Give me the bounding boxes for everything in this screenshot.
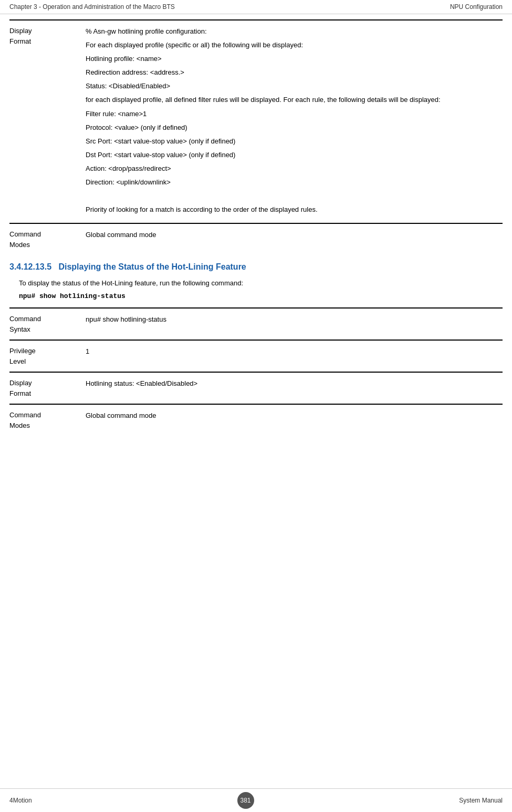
df-line-1: % Asn-gw hotlining profile configuration… [86,26,497,37]
display-format-section-bottom: DisplayFormat Hotlining status: <Enabled… [9,372,503,404]
command-modes-label-top: CommandModes [9,224,80,255]
command-syntax-label: CommandSyntax [9,309,80,340]
privilege-level-label: PrivilegeLevel [9,341,80,372]
footer-left: 4Motion [9,797,32,804]
df-line-10: Dst Port: <start value-stop value> (only… [86,149,497,161]
section-title-text: Displaying the Status of the Hot-Lining … [58,262,246,271]
df-line-11: Action: <drop/pass/redirect> [86,163,497,174]
header-left: Chapter 3 - Operation and Administration… [9,3,175,11]
df-line-9: Src Port: <start value-stop value> (only… [86,136,497,147]
df-line-13: Priority of looking for a match is accor… [86,204,497,215]
command-modes-value-bottom: Global command mode [86,410,497,422]
display-format-section-top: DisplayFormat % Asn-gw hotlining profile… [9,19,503,223]
df-line-8: Protocol: <value> (only if defined) [86,122,497,133]
df-line-4: Redirection address: <address.> [86,67,497,78]
display-format-content-bottom: Hotlining status: <Enabled/Disabled> [80,373,503,404]
footer-right: System Manual [459,797,503,804]
display-format-content-top: % Asn-gw hotlining profile configuration… [80,20,503,223]
command-modes-label-bottom: CommandModes [9,405,80,436]
command-syntax-content: npu# show hotlining-status [80,309,503,340]
display-format-label-bottom: DisplayFormat [9,373,80,404]
page-footer: 4Motion 381 System Manual [0,788,512,812]
page-number-badge: 381 [237,792,254,809]
df-line-6: for each displayed profile, all defined … [86,94,497,106]
privilege-level-value: 1 [86,346,497,357]
df-line-2: For each displayed profile (specific or … [86,39,497,51]
df-line-7: Filter rule: <name>1 [86,108,497,120]
command-modes-section-bottom: CommandModes Global command mode [9,404,503,436]
command-syntax-section: CommandSyntax npu# show hotlining-status [9,307,503,340]
page-number: 381 [240,797,250,804]
df-line-5: Status: <Disabled/Enabled> [86,80,497,92]
df-line-3: Hotlining profile: <name> [86,53,497,65]
command-modes-content-bottom: Global command mode [80,405,503,436]
section-heading: 3.4.12.13.5 Displaying the Status of the… [9,262,503,272]
display-format-value-bottom: Hotlining status: <Enabled/Disabled> [86,378,497,389]
page-header: Chapter 3 - Operation and Administration… [0,0,512,14]
command-modes-value-top: Global command mode [86,229,497,241]
command-modes-content-top: Global command mode [80,224,503,255]
command-modes-section-top: CommandModes Global command mode [9,223,503,255]
intro-command: npu# show hotlining-status [19,292,503,300]
df-line-spacer [86,190,497,202]
privilege-level-content: 1 [80,341,503,372]
command-syntax-value: npu# show hotlining-status [86,314,497,325]
display-format-label-top: DisplayFormat [9,20,80,223]
intro-block: To display the status of the Hot-Lining … [9,276,503,302]
privilege-level-section: PrivilegeLevel 1 [9,340,503,372]
intro-text: To display the status of the Hot-Lining … [19,278,503,289]
header-right: NPU Configuration [450,3,503,11]
page-content: DisplayFormat % Asn-gw hotlining profile… [0,14,512,441]
section-number: 3.4.12.13.5 [9,262,51,271]
df-line-12: Direction: <uplink/downlink> [86,177,497,188]
